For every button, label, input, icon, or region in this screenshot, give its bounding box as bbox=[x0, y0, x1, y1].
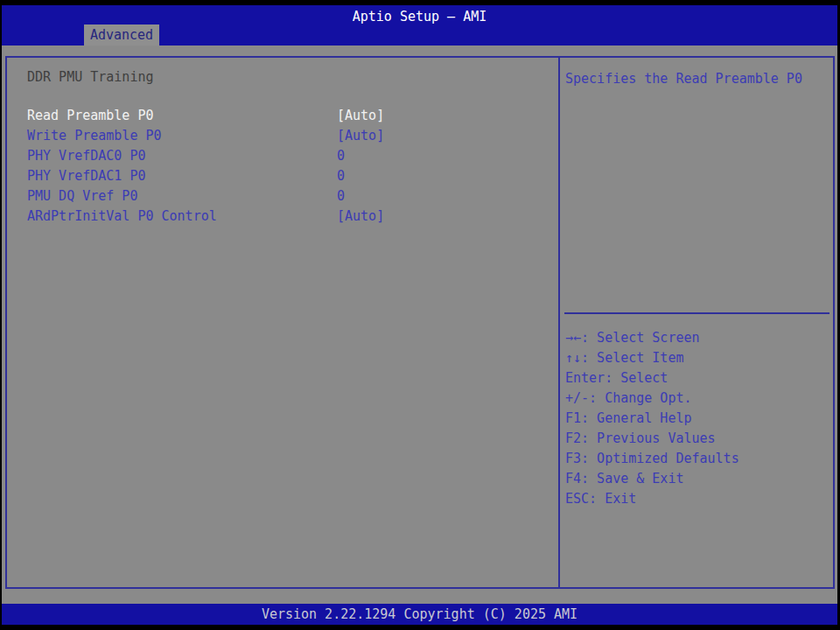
main-panel: DDR PMU Training Read Preamble P0 [Auto]… bbox=[5, 56, 835, 589]
option-label: ARdPtrInitVal P0 Control bbox=[27, 208, 217, 224]
hotkey-select-item: ↑↓: Select Item bbox=[565, 348, 838, 368]
option-label: Read Preamble P0 bbox=[27, 108, 154, 123]
option-label: PHY VrefDAC0 P0 bbox=[27, 148, 145, 164]
hotkey-esc-exit: ESC: Exit bbox=[565, 489, 838, 509]
option-row-phy-vrefdac1[interactable]: PHY VrefDAC1 P0 0 bbox=[7, 166, 558, 186]
help-pane: Specifies the Read Preamble P0 →←: Selec… bbox=[558, 58, 833, 587]
option-label: Write Preamble P0 bbox=[27, 128, 162, 144]
help-description: Specifies the Read Preamble P0 bbox=[565, 69, 830, 89]
option-value: [Auto] bbox=[337, 206, 384, 227]
option-row-read-preamble[interactable]: Read Preamble P0 [Auto] bbox=[7, 106, 558, 126]
tab-advanced[interactable]: Advanced bbox=[84, 24, 159, 46]
option-label: PHY VrefDAC1 P0 bbox=[27, 168, 145, 184]
help-divider bbox=[564, 312, 830, 314]
option-label: PMU DQ Vref P0 bbox=[27, 188, 137, 204]
option-value: 0 bbox=[337, 166, 345, 186]
options-list: Read Preamble P0 [Auto] Write Preamble P… bbox=[7, 106, 558, 227]
hotkey-list: →←: Select Screen ↑↓: Select Item Enter:… bbox=[565, 328, 838, 509]
hotkey-change-opt: +/-: Change Opt. bbox=[565, 388, 838, 409]
option-value: 0 bbox=[337, 186, 345, 206]
option-row-phy-vrefdac0[interactable]: PHY VrefDAC0 P0 0 bbox=[7, 146, 558, 166]
hotkey-f4-save-exit: F4: Save & Exit bbox=[565, 469, 838, 489]
version-bar: Version 2.22.1294 Copyright (C) 2025 AMI bbox=[2, 604, 837, 625]
bios-screen: Aptio Setup – AMI Advanced DDR PMU Train… bbox=[2, 5, 837, 625]
hotkey-f1-general-help: F1: General Help bbox=[565, 409, 838, 429]
hotkey-f3-optimized-defaults: F3: Optimized Defaults bbox=[565, 449, 838, 469]
page-title: Aptio Setup – AMI bbox=[2, 9, 837, 24]
section-title: DDR PMU Training bbox=[27, 69, 154, 85]
version-text: Version 2.22.1294 Copyright (C) 2025 AMI bbox=[262, 606, 578, 622]
option-row-pmu-dq-vref[interactable]: PMU DQ Vref P0 0 bbox=[7, 186, 558, 206]
option-value: 0 bbox=[337, 146, 345, 166]
hotkey-select-screen: →←: Select Screen bbox=[565, 328, 838, 348]
hotkey-f2-previous-values: F2: Previous Values bbox=[565, 429, 838, 449]
option-row-ardptrinitval[interactable]: ARdPtrInitVal P0 Control [Auto] bbox=[7, 206, 558, 227]
option-value: [Auto] bbox=[337, 106, 384, 126]
option-value: [Auto] bbox=[337, 126, 384, 146]
options-pane: DDR PMU Training Read Preamble P0 [Auto]… bbox=[7, 58, 558, 587]
hotkey-enter-select: Enter: Select bbox=[565, 368, 838, 388]
option-row-write-preamble[interactable]: Write Preamble P0 [Auto] bbox=[7, 126, 558, 146]
